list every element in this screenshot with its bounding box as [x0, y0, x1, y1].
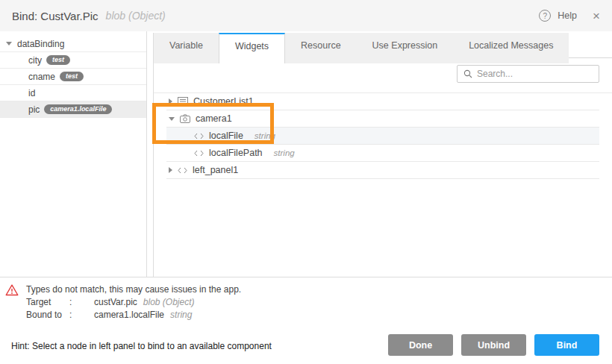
horizontal-divider — [0, 277, 612, 277]
tab-localized-messages[interactable]: Localized Messages — [453, 33, 569, 58]
tab-variable[interactable]: Variable — [154, 33, 219, 58]
chevron-right-icon[interactable] — [169, 98, 172, 104]
hint-text: Hint: Select a node in left panel to bin… — [11, 341, 272, 351]
warning-icon — [5, 284, 19, 296]
bind-dialog: Bind: CustVar.Pic blob (Object) ? Help ×… — [0, 0, 612, 364]
code-property-icon — [194, 133, 204, 139]
action-buttons: Done Unbind Bind — [388, 334, 599, 356]
unbind-button[interactable]: Unbind — [461, 334, 526, 356]
search-input[interactable] — [477, 69, 593, 79]
widget-tree: CustomerList1 camera1 — [154, 92, 612, 179]
warning-bound-row: Bound to : camera1.localFile string — [26, 309, 241, 321]
dialog-title-type: blob (Object) — [106, 10, 166, 22]
widget-node-label: localFilePath — [209, 148, 263, 158]
widget-node-label: CustomerList1 — [193, 96, 254, 107]
dialog-title: Bind: CustVar.Pic — [12, 10, 99, 22]
widget-node-label: left_panel1 — [193, 165, 238, 175]
dialog-header: Bind: CustVar.Pic blob (Object) ? Help × — [0, 0, 612, 31]
help-link[interactable]: Help — [558, 10, 577, 21]
widget-node-label: camera1 — [196, 113, 232, 124]
widget-node-localfilepath[interactable]: localFilePath string — [166, 145, 599, 162]
warning-bound-type: string — [170, 309, 192, 321]
close-icon[interactable]: × — [593, 10, 600, 22]
warning-target-label: Target — [26, 296, 69, 309]
chevron-down-icon[interactable] — [6, 42, 12, 46]
widget-node-type: string — [255, 131, 275, 140]
warning-bound-value: camera1.localFile — [94, 309, 164, 321]
tree-node-label: city — [28, 55, 42, 66]
binding-badge: test — [60, 72, 84, 81]
search-icon — [463, 69, 472, 78]
warning-target-value: custVar.pic — [94, 296, 137, 309]
source-panel: Variable Widgets Resource Use Expression… — [153, 33, 612, 277]
widget-node-label: localFile — [209, 131, 243, 141]
tree-node-label: dataBinding — [17, 39, 64, 49]
widget-node-camera1[interactable]: camera1 — [166, 110, 599, 128]
code-property-icon — [178, 167, 187, 174]
tab-widgets[interactable]: Widgets — [219, 33, 285, 63]
target-tree-panel: dataBinding city test cname test id pic … — [0, 31, 147, 277]
widget-node-localfile[interactable]: localFile string — [166, 128, 599, 145]
search-box[interactable] — [457, 65, 599, 83]
warning-bound-label: Bound to — [26, 309, 69, 321]
widget-node-customerlist1[interactable]: CustomerList1 — [166, 93, 599, 110]
tree-node-label: pic — [28, 104, 40, 115]
tree-node-cname[interactable]: cname test — [0, 69, 146, 85]
list-widget-icon — [178, 97, 188, 106]
tree-node-databinding[interactable]: dataBinding — [0, 36, 146, 52]
tab-bar: Variable Widgets Resource Use Expression… — [154, 33, 612, 58]
tree-node-label: id — [28, 88, 35, 98]
tab-use-expression[interactable]: Use Expression — [357, 33, 454, 58]
tree-node-id[interactable]: id — [0, 85, 146, 101]
bind-button[interactable]: Bind — [534, 334, 599, 356]
done-button[interactable]: Done — [388, 334, 453, 356]
binding-badge: test — [46, 55, 70, 65]
tree-node-label: cname — [28, 72, 55, 82]
warning-message: Types do not match, this may cause issue… — [26, 283, 241, 296]
code-property-icon — [194, 150, 204, 157]
chevron-right-icon[interactable] — [169, 167, 172, 173]
widget-node-left-panel1[interactable]: left_panel1 — [166, 162, 599, 179]
warning-target-row: Target : custVar.pic blob (Object) — [26, 296, 241, 309]
type-mismatch-warning: Types do not match, this may cause issue… — [5, 283, 241, 321]
tree-node-city[interactable]: city test — [0, 52, 146, 69]
binding-badge: camera1.localFile — [44, 104, 112, 114]
camera-widget-icon — [180, 114, 190, 123]
warning-target-type: blob (Object) — [143, 296, 195, 309]
chevron-down-icon[interactable] — [169, 117, 175, 121]
tree-node-pic[interactable]: pic camera1.localFile — [0, 101, 146, 118]
widget-node-type: string — [274, 148, 295, 157]
help-icon[interactable]: ? — [539, 10, 551, 22]
tab-resource[interactable]: Resource — [285, 33, 357, 58]
